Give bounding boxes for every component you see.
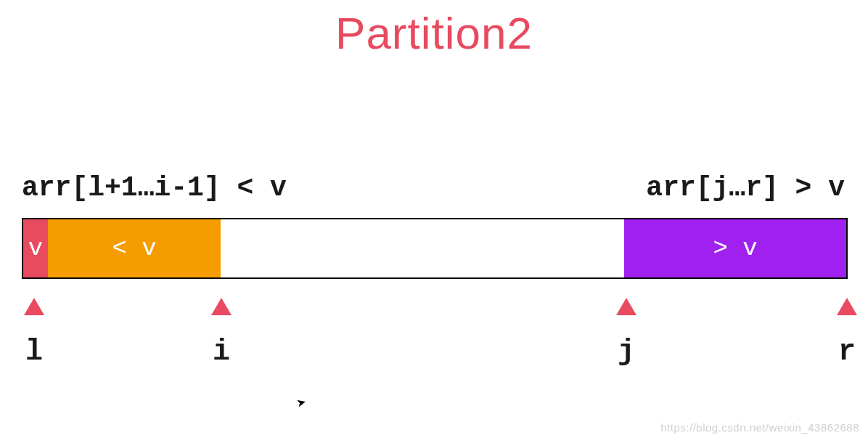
pointer-label: i [207,336,236,368]
segment-less: < v [48,219,221,277]
array-bar: v < v > v [22,218,848,279]
segment-pivot: v [23,219,48,277]
cursor-icon: ➤ [295,395,307,411]
invariant-right-text: arr[j…r] > v [646,172,845,203]
pointer-label: j [612,336,641,368]
diagram-title: Partition2 [0,7,868,59]
segment-greater: > v [624,219,846,277]
triangle-icon [211,298,232,315]
segment-unknown [221,219,624,277]
pointer-l: l [20,298,49,368]
invariant-left-text: arr[l+1…i-1] < v [22,172,287,203]
triangle-icon [24,298,44,315]
pointer-j: j [612,298,641,368]
triangle-icon [837,298,857,315]
watermark-text: https://blog.csdn.net/weixin_43862688 [660,421,859,434]
pointer-r: r [832,298,861,368]
pointer-i: i [207,298,236,368]
pointer-label: l [20,336,49,368]
triangle-icon [616,298,636,315]
pointer-label: r [832,336,861,368]
